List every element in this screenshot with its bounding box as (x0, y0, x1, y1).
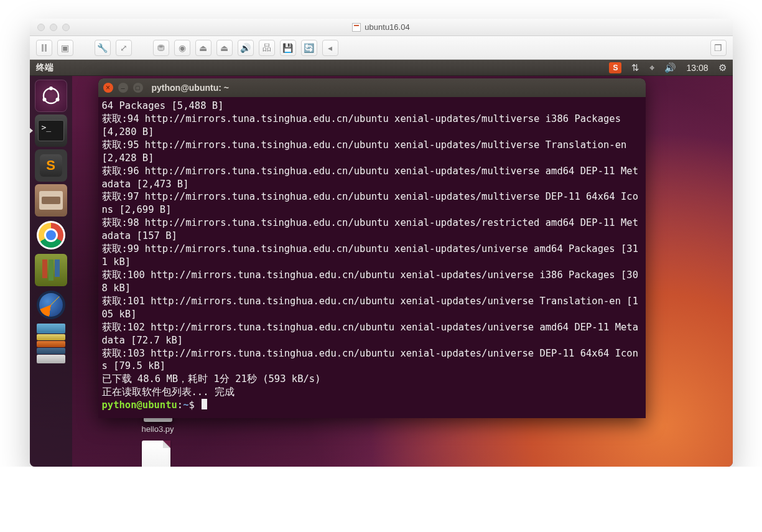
svg-point-0 (44, 88, 58, 103)
window-minimize-button[interactable] (118, 83, 128, 93)
files-icon (39, 191, 63, 210)
stack-item-icon (37, 355, 65, 363)
launcher-books[interactable] (35, 254, 67, 286)
sublime-icon: S (40, 154, 62, 177)
bluetooth-icon[interactable]: ⌖ (649, 62, 654, 73)
terminal-window: python@ubuntu: ~ 64 Packages [5,488 B] 获… (98, 78, 646, 418)
hdd-button[interactable]: ⛃ (153, 40, 169, 56)
stack-item-icon (37, 324, 65, 334)
ime-indicator[interactable]: S (609, 62, 621, 73)
stack-item-icon (37, 341, 65, 347)
collapse-button[interactable]: ◂ (322, 40, 338, 56)
vm-host-window: ubuntu16.04 ▣ 🔧 ⤢ ⛃ ◉ ⏏ ⏏ 🔊 品 💾 🔄 ◂ ❐ 终端… (30, 19, 733, 467)
clock[interactable]: 13:08 (686, 63, 708, 73)
usb1-button[interactable]: ⏏ (195, 40, 211, 56)
unity-launcher: S (30, 76, 72, 467)
firefox-icon (39, 293, 63, 317)
guest-menubar: 终端 S ⇅ ⌖ 🔊 13:08 ⚙ (30, 60, 733, 76)
launcher-chrome[interactable] (35, 219, 67, 251)
usb2-button[interactable]: ⏏ (216, 40, 233, 56)
sync-icon: 🔄 (304, 43, 314, 53)
books-icon (42, 259, 60, 281)
snapshot-button[interactable]: ▣ (57, 40, 73, 56)
menubar-app-title: 终端 (36, 62, 53, 73)
ubuntu-logo-icon (42, 86, 60, 105)
cd-button[interactable]: ◉ (174, 40, 190, 56)
terminal-icon (38, 120, 64, 141)
system-gear-icon[interactable]: ⚙ (718, 62, 727, 73)
host-title: ubuntu16.04 (30, 22, 733, 32)
window-maximize-button[interactable] (133, 83, 143, 93)
vm-doc-icon (352, 23, 361, 32)
resize-icon: ⤢ (120, 43, 128, 53)
pause-vm-button[interactable] (36, 40, 52, 56)
desktop-file-label: hello3.py (142, 424, 174, 434)
svg-point-2 (42, 98, 46, 101)
volume-icon[interactable]: 🔊 (664, 62, 676, 73)
active-indicator-icon (30, 127, 33, 134)
svg-point-1 (49, 86, 53, 90)
desktop-file-partial[interactable] (142, 441, 170, 467)
launcher-terminal[interactable] (35, 114, 67, 147)
guest-screen: 终端 S ⇅ ⌖ 🔊 13:08 ⚙ S (30, 60, 733, 467)
floppy-icon: 💾 (282, 43, 293, 53)
chrome-icon (39, 223, 63, 248)
terminal-cursor (202, 399, 207, 409)
chevron-left-icon: ◂ (328, 43, 332, 53)
host-titlebar: ubuntu16.04 (30, 19, 733, 36)
sound-icon: 🔊 (240, 43, 251, 53)
launcher-firefox[interactable] (35, 289, 67, 321)
sync-button[interactable]: 🔄 (301, 40, 317, 56)
stack-item-icon (37, 334, 65, 340)
terminal-body[interactable]: 64 Packages [5,488 B] 获取:94 http://mirro… (98, 97, 646, 418)
camera-icon: ▣ (61, 43, 69, 53)
net-icon: 品 (263, 42, 271, 54)
launcher-dash[interactable] (35, 80, 67, 112)
launcher-stack[interactable] (35, 324, 67, 363)
launcher-files[interactable] (35, 184, 67, 217)
settings-button[interactable]: 🔧 (95, 40, 111, 56)
network-device-button[interactable]: 品 (259, 40, 275, 56)
floppy-button[interactable]: 💾 (280, 40, 296, 56)
sound-button[interactable]: 🔊 (238, 40, 254, 56)
terminal-title-text: python@ubuntu: ~ (152, 83, 229, 93)
hdd-icon: ⛃ (157, 43, 165, 53)
host-toolbar: ▣ 🔧 ⤢ ⛃ ◉ ⏏ ⏏ 🔊 品 💾 🔄 ◂ ❐ (30, 36, 733, 60)
multi-window-button[interactable]: ❐ (710, 40, 727, 56)
launcher-sublime[interactable]: S (35, 149, 67, 182)
svg-point-3 (55, 98, 59, 101)
fullscreen-button[interactable]: ⤢ (116, 40, 132, 56)
network-icon[interactable]: ⇅ (631, 62, 639, 73)
usb-icon: ⏏ (220, 43, 228, 53)
host-title-text: ubuntu16.04 (365, 22, 409, 32)
wrench-icon: 🔧 (97, 43, 108, 53)
cd-icon: ◉ (179, 43, 186, 53)
windows-icon: ❐ (714, 43, 722, 53)
stack-item-icon (37, 348, 65, 354)
usb-icon: ⏏ (199, 43, 207, 53)
terminal-titlebar[interactable]: python@ubuntu: ~ (98, 78, 646, 97)
window-close-button[interactable] (103, 83, 113, 93)
file-icon (142, 441, 170, 467)
